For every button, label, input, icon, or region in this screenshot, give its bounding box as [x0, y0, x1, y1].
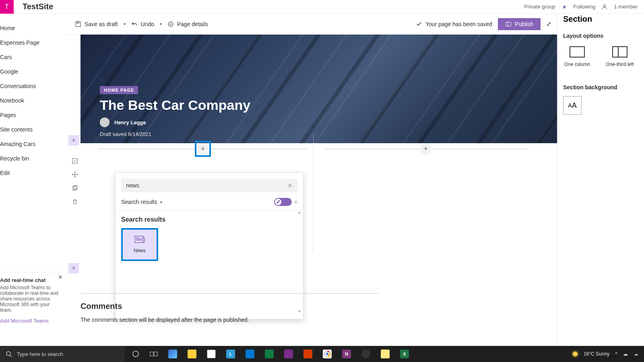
svg-rect-11 [143, 237, 144, 243]
edit-section-icon[interactable] [70, 156, 80, 166]
onedrive-icon[interactable]: ☁ [634, 351, 638, 357]
add-webpart-button[interactable]: + [197, 143, 208, 154]
results-heading: Search results [121, 216, 297, 223]
undo-button[interactable]: Undo [128, 19, 157, 30]
publish-button[interactable]: Publish [498, 18, 541, 30]
save-draft-button[interactable]: Save as draft [72, 19, 121, 30]
taskbar-search[interactable]: Type here to search [0, 346, 125, 362]
webpart-news-card[interactable]: News [121, 228, 158, 261]
chevron-down-icon[interactable]: ▾ [121, 22, 128, 26]
grid-icon [277, 200, 280, 204]
app-icon[interactable] [381, 350, 390, 358]
layout-one-third-left[interactable]: One-third left [606, 46, 634, 67]
nav-item[interactable]: Pages [0, 108, 66, 122]
clear-search-icon[interactable]: ✕ [287, 182, 293, 189]
nav-edit[interactable]: Edit [0, 166, 66, 180]
nav-item[interactable]: Notebook [0, 93, 66, 108]
layout-one-column[interactable]: One column [563, 46, 591, 67]
expand-icon[interactable]: ⤢ [546, 20, 551, 28]
nav-item[interactable]: Expenses Page [0, 35, 66, 50]
app-icon[interactable] [265, 350, 274, 358]
explorer-icon[interactable] [188, 350, 196, 358]
scroll-up-icon[interactable]: ▲ [297, 210, 302, 214]
layout-options-header: Layout options [563, 33, 644, 39]
webpart-label: News [134, 248, 146, 253]
news-icon [134, 236, 145, 244]
weather-text[interactable]: 16°C Sunny [584, 351, 609, 357]
onedrive-icon[interactable]: ☁ [623, 351, 628, 357]
delete-section-icon[interactable] [70, 197, 80, 207]
nav-item[interactable]: Recycle bin [0, 151, 66, 166]
nav-item[interactable]: Cars [0, 50, 66, 64]
cortana-icon[interactable] [132, 350, 139, 358]
store-icon[interactable] [207, 350, 216, 358]
site-privacy: Private group [524, 4, 555, 10]
add-section-button[interactable]: + [68, 135, 79, 146]
search-placeholder: Type here to search [17, 351, 63, 357]
chevron-down-icon[interactable]: ▾ [160, 200, 162, 204]
svg-rect-2 [77, 22, 79, 23]
obs-icon[interactable] [361, 350, 370, 358]
add-section-button[interactable]: + [68, 263, 79, 274]
canvas: Save as draft ▾ Undo ▾ Page details Your… [66, 14, 557, 346]
section-tools [69, 156, 80, 207]
nav-item[interactable]: Amazing Cars [0, 137, 66, 151]
app-icon[interactable] [303, 350, 312, 358]
app-icon[interactable]: L [226, 350, 235, 358]
task-view-icon[interactable] [150, 351, 158, 357]
svg-point-0 [604, 4, 606, 6]
nav-item[interactable]: Site contents [0, 122, 66, 137]
saved-message: Your page has been saved [416, 21, 492, 27]
draft-saved-label: Draft saved 8/14/2021 [100, 131, 151, 137]
filter-dropdown[interactable]: Search results [121, 199, 157, 205]
page-badge: HOME PAGE [100, 86, 138, 94]
person-icon [602, 4, 607, 10]
svg-point-4 [170, 23, 171, 25]
nav-item[interactable]: Home [0, 21, 66, 35]
page-title[interactable]: The Best Car Company [100, 97, 250, 113]
publish-icon [505, 21, 512, 27]
weather-icon [572, 351, 578, 357]
check-icon [416, 21, 422, 27]
undo-label: Undo [141, 21, 154, 27]
site-header: T TestSite Private group ★ Following 1 m… [0, 0, 644, 14]
svg-point-21 [326, 353, 328, 355]
view-toggle[interactable] [274, 198, 292, 206]
page-details-button[interactable]: Page details [164, 19, 211, 30]
search-value: news [126, 182, 139, 189]
excel-icon[interactable]: X [400, 350, 409, 358]
edge-icon[interactable] [168, 350, 177, 358]
site-name[interactable]: TestSite [23, 2, 53, 11]
mail-icon[interactable] [246, 350, 254, 358]
teams-promo: ✕ Add real-time chat Add Microsoft Teams… [0, 272, 66, 324]
author-name[interactable]: Henry Legge [114, 119, 146, 125]
section-panel: Section Layout options One column One-th… [557, 14, 644, 346]
following-label[interactable]: Following [574, 4, 596, 10]
comments-heading: Comments [80, 302, 473, 311]
avatar[interactable] [100, 117, 109, 127]
members-count[interactable]: 1 member [614, 4, 638, 10]
chevron-down-icon[interactable]: ▾ [157, 22, 164, 26]
app-icon[interactable] [284, 350, 293, 358]
nav-item[interactable]: Conversations [0, 79, 66, 93]
background-option[interactable]: AA [563, 96, 582, 115]
chevron-up-icon[interactable]: ^ [615, 351, 617, 357]
page-details-label: Page details [177, 21, 208, 27]
nav-item[interactable]: Google [0, 64, 66, 79]
svg-rect-1 [76, 22, 80, 27]
add-teams-link[interactable]: Add Microsoft Teams [0, 318, 61, 324]
chrome-icon[interactable] [323, 350, 332, 358]
search-icon [6, 351, 12, 357]
copy-section-icon[interactable] [70, 183, 80, 193]
panel-title: Section [563, 14, 644, 24]
move-section-icon[interactable] [70, 170, 80, 179]
layout-label: One column [564, 62, 590, 67]
list-icon[interactable]: ≡ [294, 199, 297, 205]
site-logo[interactable]: T [0, 0, 14, 14]
close-icon[interactable]: ✕ [58, 274, 63, 280]
star-icon[interactable]: ★ [562, 4, 567, 10]
add-webpart-button[interactable]: + [420, 143, 431, 154]
promo-body: Add Microsoft Teams to collaborate in re… [0, 285, 61, 313]
webpart-search-input[interactable]: news ✕ [121, 179, 297, 192]
onenote-icon[interactable]: N [342, 350, 351, 358]
